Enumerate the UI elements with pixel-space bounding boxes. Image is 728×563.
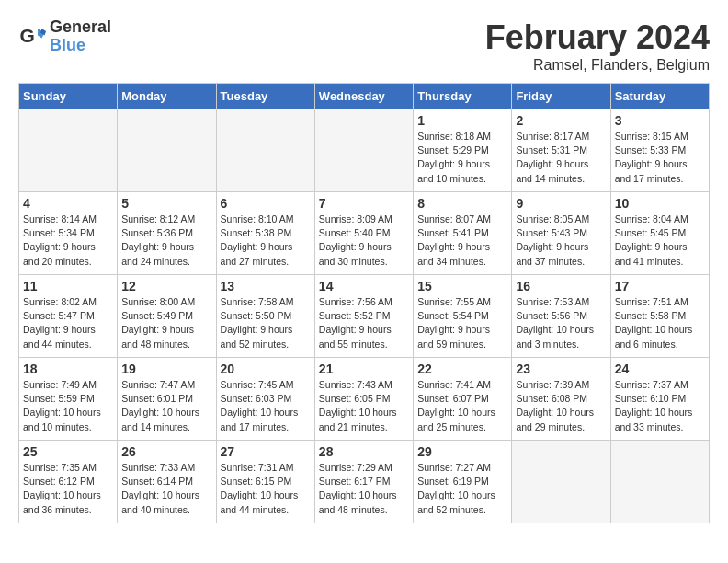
day-number: 11 — [23, 279, 113, 293]
day-info: Sunrise: 8:15 AM Sunset: 5:33 PM Dayligh… — [615, 130, 705, 186]
day-info: Sunrise: 7:39 AM Sunset: 6:08 PM Dayligh… — [516, 378, 606, 434]
day-number: 9 — [516, 196, 606, 211]
day-info: Sunrise: 8:00 AM Sunset: 5:49 PM Dayligh… — [121, 295, 211, 351]
calendar-cell: 24Sunrise: 7:37 AM Sunset: 6:10 PM Dayli… — [610, 358, 709, 441]
calendar-cell: 16Sunrise: 7:53 AM Sunset: 5:56 PM Dayli… — [512, 275, 610, 358]
column-header-thursday: Thursday — [414, 84, 512, 109]
day-info: Sunrise: 8:05 AM Sunset: 5:43 PM Dayligh… — [516, 213, 606, 269]
day-number: 16 — [516, 279, 606, 293]
calendar-week-row: 4Sunrise: 8:14 AM Sunset: 5:34 PM Daylig… — [19, 192, 710, 275]
day-info: Sunrise: 8:07 AM Sunset: 5:41 PM Dayligh… — [417, 213, 507, 269]
calendar-cell — [118, 109, 216, 192]
day-number: 25 — [23, 444, 113, 459]
svg-text:G: G — [20, 25, 35, 46]
calendar-week-row: 25Sunrise: 7:35 AM Sunset: 6:12 PM Dayli… — [19, 441, 710, 523]
calendar-cell: 11Sunrise: 8:02 AM Sunset: 5:47 PM Dayli… — [19, 275, 118, 358]
day-number: 7 — [319, 196, 409, 211]
calendar-cell: 22Sunrise: 7:41 AM Sunset: 6:07 PM Dayli… — [414, 358, 512, 441]
day-info: Sunrise: 7:33 AM Sunset: 6:14 PM Dayligh… — [121, 461, 211, 517]
column-header-monday: Monday — [118, 84, 216, 109]
day-number: 29 — [417, 444, 507, 459]
day-info: Sunrise: 8:09 AM Sunset: 5:40 PM Dayligh… — [319, 213, 409, 269]
calendar-week-row: 18Sunrise: 7:49 AM Sunset: 5:59 PM Dayli… — [19, 358, 710, 441]
day-number: 14 — [319, 279, 409, 293]
day-number: 13 — [221, 279, 311, 293]
day-number: 22 — [417, 362, 507, 376]
day-info: Sunrise: 7:53 AM Sunset: 5:56 PM Dayligh… — [516, 295, 606, 351]
day-number: 19 — [121, 362, 211, 376]
day-number: 5 — [121, 196, 211, 211]
calendar-cell: 14Sunrise: 7:56 AM Sunset: 5:52 PM Dayli… — [314, 275, 413, 358]
calendar-cell: 12Sunrise: 8:00 AM Sunset: 5:49 PM Dayli… — [118, 275, 216, 358]
logo: G General Blue — [18, 18, 111, 55]
calendar-cell: 8Sunrise: 8:07 AM Sunset: 5:41 PM Daylig… — [414, 192, 512, 275]
logo-text: General Blue — [50, 18, 111, 55]
day-number: 24 — [615, 362, 705, 376]
day-number: 6 — [221, 196, 311, 211]
calendar-cell: 25Sunrise: 7:35 AM Sunset: 6:12 PM Dayli… — [19, 441, 118, 523]
day-info: Sunrise: 7:29 AM Sunset: 6:17 PM Dayligh… — [319, 461, 409, 517]
calendar-cell: 1Sunrise: 8:18 AM Sunset: 5:29 PM Daylig… — [414, 109, 512, 192]
calendar-cell: 4Sunrise: 8:14 AM Sunset: 5:34 PM Daylig… — [19, 192, 118, 275]
day-number: 10 — [615, 196, 705, 211]
day-info: Sunrise: 8:18 AM Sunset: 5:29 PM Dayligh… — [417, 130, 507, 186]
day-number: 21 — [319, 362, 409, 376]
calendar-cell: 10Sunrise: 8:04 AM Sunset: 5:45 PM Dayli… — [610, 192, 709, 275]
day-info: Sunrise: 7:31 AM Sunset: 6:15 PM Dayligh… — [221, 461, 311, 517]
day-number: 26 — [121, 444, 211, 459]
day-info: Sunrise: 8:04 AM Sunset: 5:45 PM Dayligh… — [615, 213, 705, 269]
calendar-cell: 17Sunrise: 7:51 AM Sunset: 5:58 PM Dayli… — [610, 275, 709, 358]
column-header-wednesday: Wednesday — [314, 84, 413, 109]
column-header-sunday: Sunday — [19, 84, 118, 109]
day-info: Sunrise: 7:51 AM Sunset: 5:58 PM Dayligh… — [615, 295, 705, 351]
logo-icon: G — [18, 23, 46, 51]
calendar-header-row: SundayMondayTuesdayWednesdayThursdayFrid… — [19, 84, 710, 109]
calendar-cell: 19Sunrise: 7:47 AM Sunset: 6:01 PM Dayli… — [118, 358, 216, 441]
day-info: Sunrise: 8:12 AM Sunset: 5:36 PM Dayligh… — [121, 213, 211, 269]
calendar-cell: 5Sunrise: 8:12 AM Sunset: 5:36 PM Daylig… — [118, 192, 216, 275]
column-header-saturday: Saturday — [610, 84, 709, 109]
calendar-cell: 21Sunrise: 7:43 AM Sunset: 6:05 PM Dayli… — [314, 358, 413, 441]
day-info: Sunrise: 7:45 AM Sunset: 6:03 PM Dayligh… — [221, 378, 311, 434]
day-number: 15 — [417, 279, 507, 293]
day-info: Sunrise: 7:41 AM Sunset: 6:07 PM Dayligh… — [417, 378, 507, 434]
day-info: Sunrise: 7:43 AM Sunset: 6:05 PM Dayligh… — [319, 378, 409, 434]
calendar-week-row: 1Sunrise: 8:18 AM Sunset: 5:29 PM Daylig… — [19, 109, 710, 192]
day-info: Sunrise: 7:27 AM Sunset: 6:19 PM Dayligh… — [417, 461, 507, 517]
day-info: Sunrise: 7:49 AM Sunset: 5:59 PM Dayligh… — [23, 378, 113, 434]
calendar-cell: 13Sunrise: 7:58 AM Sunset: 5:50 PM Dayli… — [216, 275, 314, 358]
calendar-cell: 18Sunrise: 7:49 AM Sunset: 5:59 PM Dayli… — [19, 358, 118, 441]
day-number: 27 — [221, 444, 311, 459]
title-area: February 2024 Ramsel, Flanders, Belgium — [485, 18, 710, 74]
calendar-cell — [314, 109, 413, 192]
day-number: 20 — [221, 362, 311, 376]
calendar-cell — [216, 109, 314, 192]
day-number: 28 — [319, 444, 409, 459]
day-number: 2 — [516, 113, 606, 128]
page-header: G General Blue February 2024 Ramsel, Fla… — [18, 18, 710, 74]
calendar-cell: 20Sunrise: 7:45 AM Sunset: 6:03 PM Dayli… — [216, 358, 314, 441]
location: Ramsel, Flanders, Belgium — [485, 57, 710, 74]
calendar-cell: 2Sunrise: 8:17 AM Sunset: 5:31 PM Daylig… — [512, 109, 610, 192]
calendar-table: SundayMondayTuesdayWednesdayThursdayFrid… — [18, 83, 710, 523]
day-info: Sunrise: 8:17 AM Sunset: 5:31 PM Dayligh… — [516, 130, 606, 186]
column-header-tuesday: Tuesday — [216, 84, 314, 109]
day-number: 8 — [417, 196, 507, 211]
day-info: Sunrise: 7:58 AM Sunset: 5:50 PM Dayligh… — [221, 295, 311, 351]
day-number: 4 — [23, 196, 113, 211]
day-number: 1 — [417, 113, 507, 128]
day-number: 12 — [121, 279, 211, 293]
calendar-cell: 7Sunrise: 8:09 AM Sunset: 5:40 PM Daylig… — [314, 192, 413, 275]
column-header-friday: Friday — [512, 84, 610, 109]
calendar-cell: 15Sunrise: 7:55 AM Sunset: 5:54 PM Dayli… — [414, 275, 512, 358]
day-info: Sunrise: 8:14 AM Sunset: 5:34 PM Dayligh… — [23, 213, 113, 269]
calendar-cell: 26Sunrise: 7:33 AM Sunset: 6:14 PM Dayli… — [118, 441, 216, 523]
calendar-cell: 3Sunrise: 8:15 AM Sunset: 5:33 PM Daylig… — [610, 109, 709, 192]
calendar-cell — [19, 109, 118, 192]
calendar-cell: 23Sunrise: 7:39 AM Sunset: 6:08 PM Dayli… — [512, 358, 610, 441]
calendar-cell: 6Sunrise: 8:10 AM Sunset: 5:38 PM Daylig… — [216, 192, 314, 275]
calendar-cell: 27Sunrise: 7:31 AM Sunset: 6:15 PM Dayli… — [216, 441, 314, 523]
day-info: Sunrise: 8:10 AM Sunset: 5:38 PM Dayligh… — [221, 213, 311, 269]
day-number: 18 — [23, 362, 113, 376]
day-number: 23 — [516, 362, 606, 376]
